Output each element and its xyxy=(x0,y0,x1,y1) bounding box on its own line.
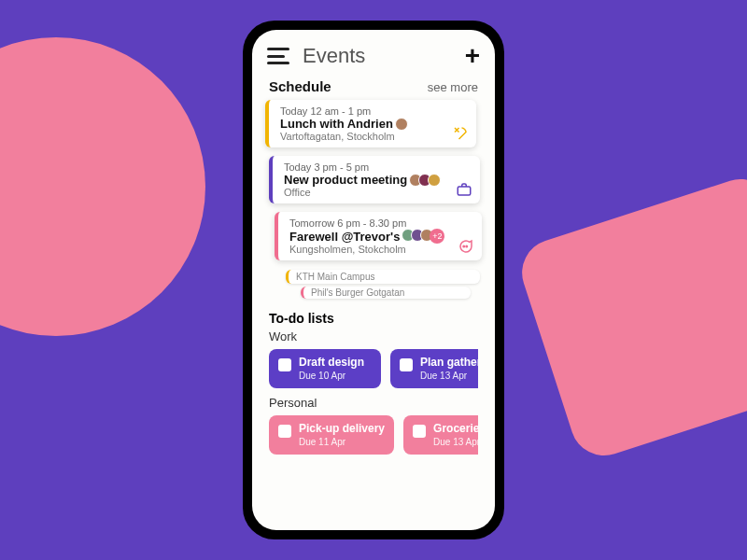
todo-chip[interactable]: Groceries Due 13 Apr xyxy=(403,415,478,455)
event-time: Today 3 pm - 5 pm xyxy=(284,161,472,173)
add-event-button[interactable]: + xyxy=(465,43,480,69)
todo-chip[interactable]: Plan gathering Due 13 Apr xyxy=(390,349,478,388)
page-title: Events xyxy=(303,44,465,68)
todo-item-due: Due 11 Apr xyxy=(299,437,385,447)
schedule-see-more-link[interactable]: see more xyxy=(428,80,478,94)
event-avatars: +2 xyxy=(405,229,444,244)
svg-rect-0 xyxy=(458,187,471,195)
event-card[interactable]: Today 3 pm - 5 pm New product meeting Of… xyxy=(269,156,480,203)
briefcase-icon xyxy=(456,181,472,198)
todo-item-due: Due 13 Apr xyxy=(433,437,478,447)
event-title: Farewell @Trevor's xyxy=(289,230,400,244)
todo-title: To-do lists xyxy=(269,311,478,326)
event-time: Today 12 am - 1 pm xyxy=(280,105,469,117)
menu-icon[interactable] xyxy=(267,48,289,64)
avatar-overflow-badge: +2 xyxy=(430,229,444,244)
todo-checkbox[interactable] xyxy=(413,425,426,438)
chat-icon xyxy=(458,238,474,255)
todo-checkbox[interactable] xyxy=(400,358,413,371)
event-title: Lunch with Andrien xyxy=(280,117,393,131)
event-card[interactable]: Tomorrow 6 pm - 8.30 pm Farewell @Trevor… xyxy=(275,212,482,260)
todo-item-title: Groceries xyxy=(433,423,478,435)
bg-shape-square xyxy=(514,171,747,465)
app-header: Events + xyxy=(252,30,495,77)
todo-item-title: Draft design xyxy=(299,357,364,369)
event-avatars xyxy=(399,118,408,131)
event-location: Office xyxy=(284,187,472,198)
event-location: Phil's Burger Gotgatan xyxy=(311,287,463,298)
todo-list-name: Personal xyxy=(269,396,478,410)
food-icon xyxy=(452,125,469,142)
todo-item-title: Pick-up delivery xyxy=(299,423,385,435)
svg-point-2 xyxy=(466,245,468,247)
todo-checkbox[interactable] xyxy=(278,358,291,371)
todo-row-work[interactable]: Draft design Due 10 Apr Plan gathering D… xyxy=(269,349,478,388)
todo-list-name: Work xyxy=(269,329,478,343)
schedule-title: Schedule xyxy=(269,78,331,94)
todo-item-due: Due 13 Apr xyxy=(420,371,478,381)
todo-row-personal[interactable]: Pick-up delivery Due 11 Apr Groceries Du… xyxy=(269,415,478,455)
bg-shape-circle xyxy=(0,37,205,336)
phone-frame: Events + Schedule see more Today 12 am -… xyxy=(243,21,504,539)
event-title: New product meeting xyxy=(284,173,407,187)
svg-point-1 xyxy=(463,245,465,247)
todo-chip[interactable]: Pick-up delivery Due 11 Apr xyxy=(269,415,394,455)
todo-item-due: Due 10 Apr xyxy=(299,371,364,381)
event-card-peek[interactable]: Phil's Burger Gotgatan xyxy=(301,287,471,299)
event-location: Vartoftagatan, Stockholm xyxy=(280,131,469,142)
event-location: KTH Main Campus xyxy=(296,272,472,282)
todo-item-title: Plan gathering xyxy=(420,357,478,369)
schedule-header: Schedule see more xyxy=(252,77,495,100)
todo-checkbox[interactable] xyxy=(278,425,291,438)
event-time: Tomorrow 6 pm - 8.30 pm xyxy=(289,217,474,229)
app-screen: Events + Schedule see more Today 12 am -… xyxy=(252,30,495,530)
schedule-card-stack: Today 12 am - 1 pm Lunch with Andrien Va… xyxy=(252,100,495,305)
event-location: Kungsholmen, Stokcholm xyxy=(289,244,474,255)
todo-chip[interactable]: Draft design Due 10 Apr xyxy=(269,349,381,388)
todo-section: To-do lists Work Draft design Due 10 Apr… xyxy=(252,305,495,462)
event-card-peek[interactable]: KTH Main Campus xyxy=(286,270,480,284)
event-card[interactable]: Today 12 am - 1 pm Lunch with Andrien Va… xyxy=(265,100,476,147)
event-avatars xyxy=(413,174,441,187)
